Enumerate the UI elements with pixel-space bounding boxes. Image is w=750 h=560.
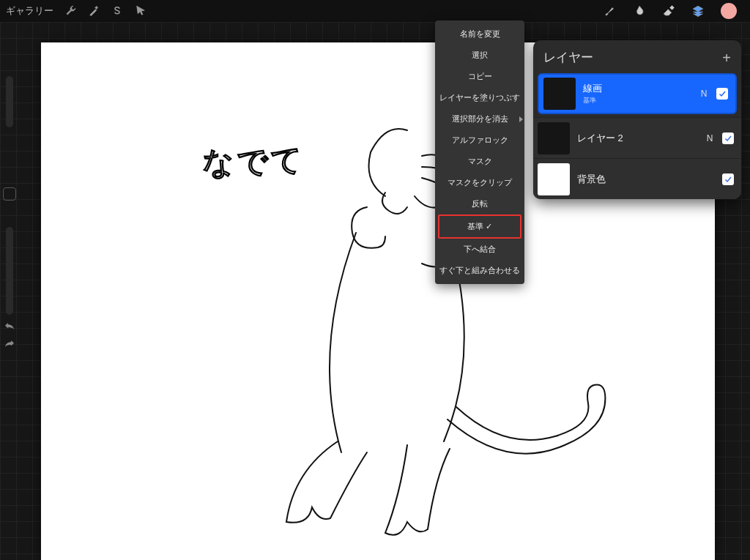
layer-thumbnail [538,163,570,195]
layer-row[interactable]: 背景色 [533,158,741,199]
modifier-button[interactable] [3,187,16,201]
wrench-icon[interactable] [64,4,77,18]
selection-s-icon[interactable] [111,4,124,18]
undo-icon[interactable] [3,321,16,334]
menu-select[interactable]: 選択 [435,45,524,66]
menu-alpha-lock[interactable]: アルファロック [435,130,524,151]
brush-size-slider[interactable] [6,76,13,127]
layers-panel: レイヤー + 線画 基準 N レイヤー 2 N 背景色 [533,40,741,199]
gallery-button[interactable]: ギャラリー [6,4,53,18]
brush-icon[interactable] [604,4,617,18]
menu-reference[interactable]: 基準 ✓ [438,214,521,239]
redo-icon[interactable] [3,338,16,351]
menu-mask[interactable]: マスク [435,151,524,172]
menu-item-label: 選択部分を消去 [452,114,508,123]
layer-name-label: 背景色 [577,173,697,186]
smudge-icon[interactable] [633,4,646,18]
top-toolbar: ギャラリー [0,0,750,22]
menu-rename[interactable]: 名前を変更 [435,23,524,45]
layer-thumbnail [538,122,570,154]
menu-combine-down[interactable]: すぐ下と組み合わせる [435,260,524,281]
layer-visibility-checkbox[interactable] [722,132,734,144]
magic-wand-icon[interactable] [87,4,100,18]
menu-merge-down[interactable]: 下へ結合 [435,239,524,260]
eraser-icon[interactable] [662,4,675,18]
layer-blend-mode[interactable]: N [705,133,715,143]
layer-row[interactable]: 線画 基準 N [538,73,737,114]
layer-context-menu: 名前を変更 選択 コピー レイヤーを塗りつぶす 選択部分を消去 アルファロック … [435,20,524,284]
opacity-slider[interactable] [6,227,13,315]
layer-name-label: 線画 [583,82,691,95]
layer-visibility-checkbox[interactable] [722,173,734,185]
layers-panel-title: レイヤー [543,49,593,66]
layers-icon[interactable] [691,4,705,18]
layer-sub-label: 基準 [583,96,691,105]
add-layer-button[interactable]: + [722,51,731,65]
layer-visibility-checkbox[interactable] [716,88,728,100]
menu-copy[interactable]: コピー [435,66,524,87]
canvas-text: なでて [201,140,306,184]
cursor-arrow-icon[interactable] [134,4,147,18]
menu-fill-layer[interactable]: レイヤーを塗りつぶす [435,87,524,108]
chevron-right-icon [519,116,523,122]
menu-clip-mask[interactable]: マスクをクリップ [435,172,524,193]
menu-invert[interactable]: 反転 [435,193,524,214]
layer-name-label: レイヤー 2 [577,132,697,145]
color-swatch[interactable] [721,3,737,19]
layer-thumbnail [543,78,576,110]
layer-row[interactable]: レイヤー 2 N [533,117,741,158]
menu-clear-selection[interactable]: 選択部分を消去 [435,108,524,130]
layer-blend-mode[interactable]: N [699,89,709,99]
